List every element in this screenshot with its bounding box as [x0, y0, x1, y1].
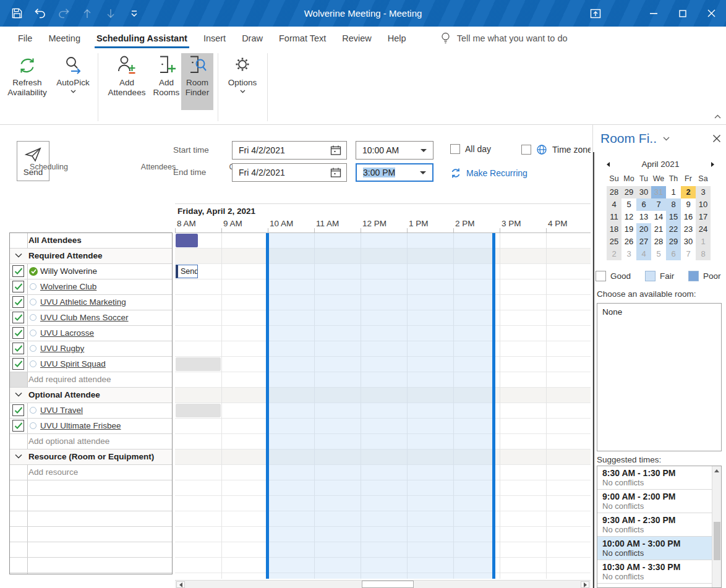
- grid-row-willy-wolverine[interactable]: [175, 264, 591, 279]
- tab-review[interactable]: Review: [334, 27, 380, 49]
- tab-draw[interactable]: Draw: [234, 27, 271, 49]
- grid-row-required-attendee[interactable]: [175, 249, 591, 264]
- attendee-row-add-optional-attendee[interactable]: Add optional attendee: [10, 434, 172, 450]
- suggested-time-item[interactable]: 10:00 AM - 3:00 PMNo conflicts: [597, 537, 712, 560]
- chevron-down-icon[interactable]: [421, 149, 427, 152]
- checkbox-icon[interactable]: [450, 144, 460, 154]
- tell-me-box[interactable]: Tell me what you want to do: [440, 27, 568, 49]
- attendee-name[interactable]: UVU Ultimate Frisbee: [40, 421, 121, 430]
- event-combined-busy[interactable]: [176, 234, 198, 247]
- attendee-row-uvu-spirit-squad[interactable]: UVU Spirit Squad: [10, 357, 172, 372]
- attendee-checkbox[interactable]: [12, 404, 24, 416]
- calendar-date-27[interactable]: 27: [636, 236, 651, 248]
- attendee-checkbox[interactable]: [12, 281, 24, 292]
- event-appointment[interactable]: Send: [176, 265, 198, 278]
- grid-row-uvu-lacrosse[interactable]: [175, 326, 591, 341]
- calendar-date-17[interactable]: 17: [696, 211, 711, 223]
- chevron-down-icon[interactable]: [15, 454, 22, 459]
- calendar-date-29[interactable]: 29: [621, 186, 636, 198]
- horizontal-scrollbar[interactable]: [175, 580, 591, 588]
- close-icon[interactable]: [697, 0, 726, 27]
- calendar-date-14[interactable]: 14: [651, 211, 666, 223]
- make-recurring-link[interactable]: Make Recurring: [450, 168, 527, 179]
- tab-file[interactable]: File: [10, 27, 40, 49]
- chevron-down-icon[interactable]: [15, 253, 22, 258]
- event-busy[interactable]: [176, 404, 221, 417]
- attendee-checkbox[interactable]: [12, 358, 24, 370]
- attendee-checkbox[interactable]: [12, 420, 24, 432]
- suggested-time-item[interactable]: 8:30 AM - 1:30 PMNo conflicts: [597, 466, 712, 490]
- scrollbar-thumb[interactable]: [362, 581, 414, 588]
- options-button[interactable]: Options: [223, 53, 262, 110]
- attendee-name[interactable]: UVU Rugby: [40, 344, 84, 353]
- grid-row-wolverine-club[interactable]: [175, 279, 591, 295]
- event-busy[interactable]: [176, 357, 221, 371]
- calendar-date-4[interactable]: 4: [636, 248, 651, 260]
- attendee-checkbox[interactable]: [12, 312, 24, 323]
- attendee-row-optional-attendee[interactable]: Optional Attendee: [10, 388, 172, 403]
- room-finder-button[interactable]: Room Finder: [181, 53, 213, 110]
- popout-icon[interactable]: [581, 0, 610, 27]
- calendar-date-12[interactable]: 12: [621, 211, 636, 223]
- calendar-date-8[interactable]: 8: [666, 198, 681, 211]
- calendar-date-8[interactable]: 8: [696, 248, 711, 260]
- calendar-date-10[interactable]: 10: [696, 198, 711, 211]
- grid-row-add-optional-attendee[interactable]: [175, 434, 591, 450]
- scrollbar-thumb[interactable]: [714, 522, 720, 560]
- scroll-up-icon[interactable]: [714, 469, 719, 472]
- calendar-date-3[interactable]: 3: [621, 248, 636, 260]
- calendar-date-26[interactable]: 26: [621, 236, 636, 248]
- all-day-checkbox[interactable]: All day: [450, 144, 491, 154]
- grid-row-uvu-ultimate-frisbee[interactable]: [175, 419, 591, 434]
- attendee-row-add-required-attendee[interactable]: Add required attendee: [10, 372, 172, 388]
- calendar-date-28[interactable]: 28: [651, 236, 666, 248]
- end-time-combo[interactable]: 3:00 PM: [356, 163, 433, 182]
- attendee-checkbox[interactable]: [12, 296, 24, 308]
- customize-qat-icon[interactable]: [124, 3, 145, 24]
- grid-row-resource-room-or-equipment[interactable]: [175, 450, 591, 465]
- calendar-date-6[interactable]: 6: [666, 248, 681, 260]
- grid-row-uvu-travel[interactable]: [175, 403, 591, 419]
- tab-insert[interactable]: Insert: [195, 27, 234, 49]
- calendar-date-25[interactable]: 25: [607, 236, 621, 248]
- calendar-date-31[interactable]: 31: [651, 186, 666, 198]
- add-attendee-placeholder[interactable]: Add resource: [28, 467, 78, 477]
- available-rooms-list[interactable]: None: [597, 303, 722, 451]
- chevron-down-icon[interactable]: [15, 392, 22, 397]
- chevron-down-icon[interactable]: [420, 171, 426, 174]
- calendar-date-5[interactable]: 5: [621, 198, 636, 211]
- grid-row-uvu-athletic-marketing[interactable]: [175, 295, 591, 310]
- calendar-date-6[interactable]: 6: [636, 198, 651, 211]
- attendee-row-willy-wolverine[interactable]: Willy Wolverine: [10, 264, 172, 279]
- grid-row-add-required-attendee[interactable]: [175, 372, 591, 388]
- calendar-date-11[interactable]: 11: [607, 211, 621, 223]
- calendar-date-24[interactable]: 24: [696, 223, 711, 236]
- grid-row-uvu-rugby[interactable]: [175, 341, 591, 357]
- room-list-item[interactable]: None: [602, 307, 716, 317]
- calendar-date-7[interactable]: 7: [651, 198, 666, 211]
- grid-row-all-attendees[interactable]: [175, 233, 591, 249]
- grid-row-empty[interactable]: [175, 511, 591, 527]
- refresh-availability-button[interactable]: Refresh Availability: [4, 53, 51, 110]
- calendar-date-28[interactable]: 28: [607, 186, 621, 198]
- calendar-icon[interactable]: [330, 167, 341, 178]
- add-attendee-placeholder[interactable]: Add optional attendee: [28, 437, 109, 446]
- calendar-icon[interactable]: [330, 145, 341, 156]
- calendar-date-1[interactable]: 1: [666, 186, 681, 198]
- attendee-row-uvu-rugby[interactable]: UVU Rugby: [10, 341, 172, 357]
- tab-scheduling-assistant[interactable]: Scheduling Assistant: [88, 27, 195, 49]
- calendar-date-3[interactable]: 3: [696, 186, 711, 198]
- calendar-date-29[interactable]: 29: [666, 236, 681, 248]
- attendee-name[interactable]: UVU Lacrosse: [40, 328, 94, 338]
- maximize-icon[interactable]: [668, 0, 697, 27]
- minimize-icon[interactable]: [639, 0, 668, 27]
- calendar-date-16[interactable]: 16: [681, 211, 696, 223]
- calendar-date-23[interactable]: 23: [681, 223, 696, 236]
- attendee-row-uvu-club-mens-soccer[interactable]: UVU Club Mens Soccer: [10, 310, 172, 326]
- attendee-row-uvu-athletic-marketing[interactable]: UVU Athletic Marketing: [10, 295, 172, 310]
- attendee-name[interactable]: Willy Wolverine: [40, 266, 97, 276]
- add-attendees-button[interactable]: Add Attendees: [103, 53, 151, 110]
- attendee-row-uvu-lacrosse[interactable]: UVU Lacrosse: [10, 326, 172, 341]
- attendee-checkbox[interactable]: [12, 327, 24, 339]
- attendee-name[interactable]: Wolverine Club: [40, 282, 96, 291]
